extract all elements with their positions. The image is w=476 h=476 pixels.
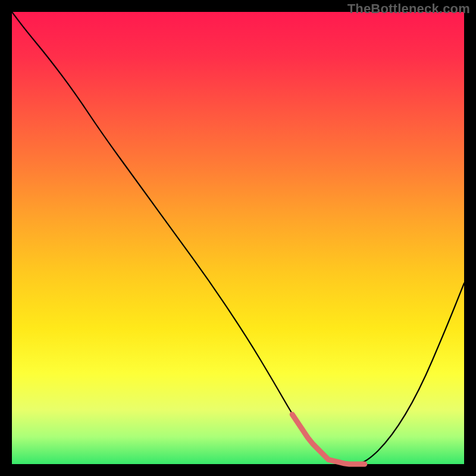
bottleneck-curve [12, 12, 464, 464]
optimal-zone-highlight [292, 414, 365, 464]
chart-frame: TheBottleneck.com [0, 0, 476, 476]
curve-path [12, 12, 464, 464]
